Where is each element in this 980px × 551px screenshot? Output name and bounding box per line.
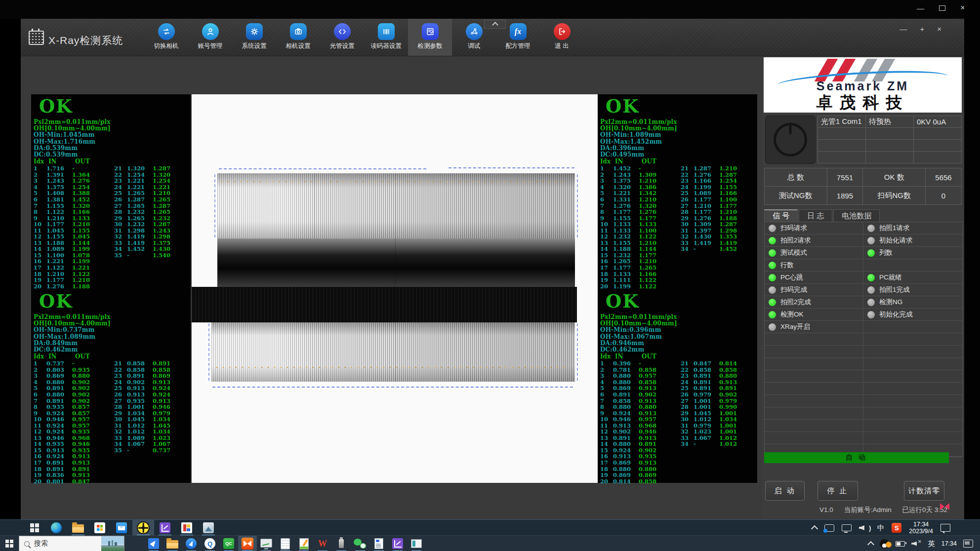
signal-row (765, 432, 962, 444)
taskbar-window-app[interactable] (407, 536, 426, 551)
gear-icon (246, 23, 263, 40)
speaker-icon[interactable] (859, 524, 870, 531)
taskbar-kite-app[interactable] (144, 536, 163, 551)
measurement-section-top-right: OK Pxl2mm=0.011mm/plxOH[0.10mm~4.00mm]OH… (598, 95, 757, 289)
muted-speaker-icon[interactable] (911, 541, 921, 547)
app-titlebar: X-Ray检测系统 切换相机 账号管理 系统设置 (21, 19, 964, 56)
taskbar-q-app[interactable]: Q (201, 536, 219, 551)
taskbar-doc-app[interactable] (369, 536, 388, 551)
stop-button[interactable]: 停 止 (817, 481, 858, 501)
toolbar-item-exit[interactable]: 退 出 (540, 19, 584, 56)
app-maximize-button[interactable]: + (920, 25, 924, 33)
auto-mode-bar[interactable]: 自 动 (764, 452, 949, 463)
taskbar-notepad[interactable] (276, 536, 294, 551)
taskbar-monitor-chart-app[interactable] (257, 536, 276, 551)
store-icon (94, 522, 105, 533)
taskbar-explorer[interactable] (67, 520, 89, 536)
document-icon (374, 538, 383, 549)
toolbar-item-camera-settings[interactable]: 相机设置 (276, 19, 320, 56)
taskbar-wechat[interactable] (351, 536, 369, 551)
input-language-indicator[interactable]: 中 (877, 523, 885, 533)
start-button-taskbar2[interactable] (1, 536, 18, 551)
photos-icon (203, 522, 214, 533)
toolbar-label: 切换相机 (154, 42, 179, 50)
measurement-section-bottom-left: OK Pxl2mm=0.011mm/plxOH[0.10mm~4.00mm]OH… (31, 290, 191, 484)
counter-reset-button[interactable]: 计数清零 (904, 481, 944, 501)
taskbar-clock[interactable]: 17:34 2023/9/4 (909, 521, 933, 535)
tube-status-table: 光管1 Com1 待预热 0KV 0uA (817, 116, 962, 163)
taskbar-mail[interactable] (111, 520, 132, 536)
taskbar-time[interactable]: 17:34 (941, 540, 957, 547)
toolbar-expander-button[interactable] (484, 20, 506, 29)
scan-ng-value: 0 (926, 187, 962, 205)
taskbar-pencil-pad[interactable] (294, 536, 313, 551)
taskbar-wps[interactable]: W (313, 536, 332, 551)
notification-icon[interactable] (940, 524, 950, 532)
taskbar-xray-orange-app[interactable] (238, 536, 257, 551)
measurement-row: 120.9240.935 (34, 429, 98, 435)
taskbar-pointer-app[interactable] (182, 536, 201, 551)
barcode-icon (378, 23, 395, 40)
ok-value: 5656 (926, 168, 962, 187)
minimize-icon[interactable]: — (917, 4, 924, 12)
input-language-indicator[interactable]: 英 (928, 539, 935, 549)
search-icon (24, 541, 30, 547)
taskbar-spray-app[interactable] (332, 536, 351, 551)
measurement-row: 101.1771.210 (34, 221, 98, 228)
desktop-black-column (964, 0, 980, 535)
sidebar-tabs: 信 号 日 志 电池数据 (764, 209, 881, 222)
message-icon[interactable] (963, 540, 973, 548)
app-minimize-button[interactable]: — (899, 25, 907, 33)
tab-signal[interactable]: 信 号 (764, 209, 798, 222)
qq-icon[interactable] (880, 539, 889, 549)
toolbar-item-tube-settings[interactable]: 光管设置 (320, 19, 364, 56)
signal-row (765, 420, 962, 432)
measurement-row: 301.0451.034 (114, 416, 178, 423)
tray-chevron-up-icon[interactable] (867, 541, 874, 548)
toolbar-item-system-settings[interactable]: 系统设置 (232, 19, 276, 56)
top-black-strip: — × (0, 0, 980, 19)
toolbar-item-switch-camera[interactable]: 切换相机 (144, 19, 188, 56)
tray-chevron-up-icon[interactable] (811, 525, 818, 532)
taskbar-search-box[interactable]: 搜索 (19, 536, 124, 551)
taskbar-photos[interactable] (198, 520, 219, 536)
wheel-icon (137, 521, 150, 534)
sidebar-footer: V1.0 当前账号:Admin 已运行0天 3:52 (762, 506, 947, 514)
app-close-button[interactable]: × (937, 25, 941, 33)
taskbar-purple-chart-app[interactable] (388, 536, 407, 551)
tab-log[interactable]: 日 志 (799, 209, 832, 222)
signal-row: 拍照2请求初始化请求 (765, 235, 962, 247)
toolbar-item-account[interactable]: 账号管理 (188, 19, 232, 56)
tab-battery-data[interactable]: 电池数据 (833, 209, 880, 222)
total-value: 7551 (827, 168, 863, 187)
measurement-row: 321.0231.001 (681, 429, 745, 435)
scan-ng-label: 扫码NG数 (863, 187, 926, 205)
start-button-taskbar1[interactable] (24, 520, 45, 536)
start-button[interactable]: 启 动 (765, 481, 805, 501)
toolbar-item-scanner-settings[interactable]: 读码器设置 (364, 19, 408, 56)
taskbar-qc-app[interactable]: QC (219, 536, 238, 551)
measurement-row: 211.2871.210 (681, 165, 745, 172)
xray-power-button[interactable] (765, 116, 816, 164)
signal-row (765, 346, 962, 358)
s-app-icon[interactable]: S (892, 523, 901, 533)
measurement-header-line: DC:0.495mm (600, 152, 757, 158)
taskbar-xray-app[interactable] (132, 520, 154, 536)
taskbar-store[interactable] (89, 520, 111, 536)
remote-desktop-icon[interactable] (824, 524, 834, 532)
signal-label: 行数 (780, 261, 794, 270)
restore-icon[interactable] (939, 5, 945, 11)
taskbar-chart-app[interactable] (154, 520, 176, 536)
battery-icon[interactable] (896, 541, 905, 547)
purple-chart-icon (160, 522, 170, 533)
toolbar-item-inspect-params[interactable]: 检测参数 (408, 19, 452, 56)
measurement-row: 231.2211.254 (114, 178, 178, 184)
search-highlight-image[interactable] (101, 536, 124, 551)
taskbar-tiles-app[interactable] (176, 520, 198, 536)
app-logo-icon (29, 31, 44, 45)
taskbar-explorer-2[interactable] (163, 536, 182, 551)
measurement-row: 171.1771.265 (600, 265, 664, 271)
xray-dark-band-1 (217, 238, 575, 287)
taskbar-edge[interactable] (45, 520, 67, 536)
display-icon[interactable] (842, 524, 852, 531)
